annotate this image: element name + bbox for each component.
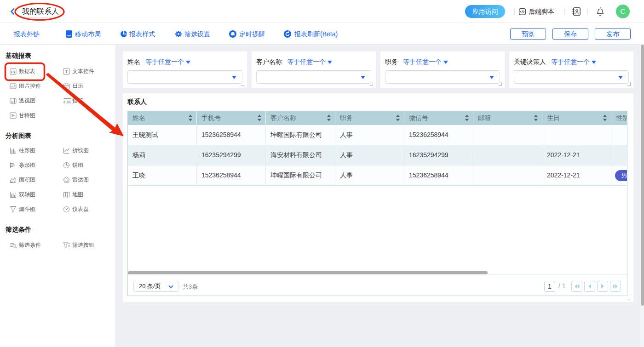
- svg-text:4,80: 4,80: [63, 99, 72, 104]
